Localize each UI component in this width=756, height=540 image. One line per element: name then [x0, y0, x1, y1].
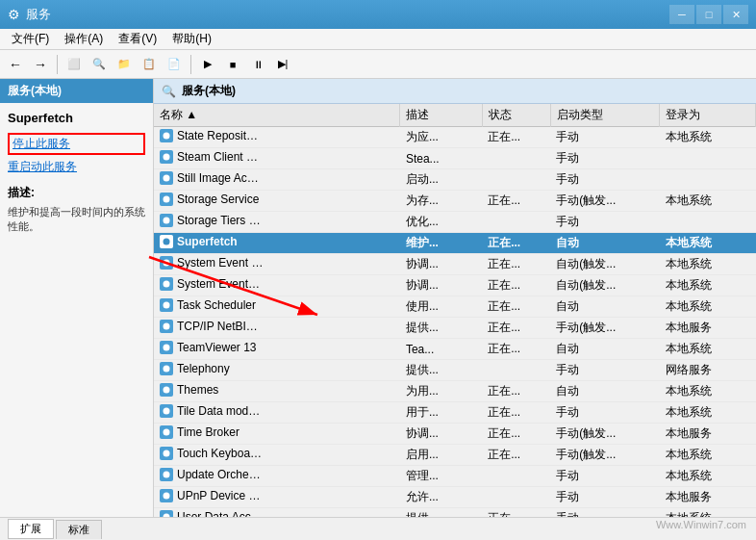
- service-status-cell: 正在...: [482, 191, 550, 212]
- table-row[interactable]: Telephony提供...手动网络服务: [154, 360, 756, 381]
- menu-help[interactable]: 帮助(H): [164, 29, 219, 49]
- table-row[interactable]: Themes为用...正在...自动本地系统: [154, 381, 756, 402]
- svg-point-35: [164, 493, 170, 500]
- table-row[interactable]: Superfetch维护...正在...自动本地系统: [154, 233, 756, 254]
- col-header-desc[interactable]: 描述: [400, 104, 482, 127]
- service-startup-cell: 手动: [550, 487, 660, 508]
- restart-service-link[interactable]: 重启动此服务: [8, 159, 145, 175]
- menu-bar: 文件(F) 操作(A) 查看(V) 帮助(H): [0, 29, 756, 50]
- service-status-cell: [482, 169, 550, 191]
- service-name-cell: Time Broker: [154, 424, 269, 441]
- col-header-status[interactable]: 状态: [482, 104, 550, 127]
- table-row[interactable]: User Data Access_13ab9e3提供...正在...手动本地系统: [154, 508, 756, 518]
- pause-button[interactable]: ⏸: [246, 53, 269, 76]
- back-button[interactable]: ←: [4, 53, 27, 76]
- minimize-button[interactable]: ─: [669, 5, 694, 24]
- service-name-cell: Themes: [154, 381, 269, 399]
- col-header-login[interactable]: 登录为: [660, 104, 756, 127]
- table-header-row: 名称 ▲ 描述 状态 启动类型 登录为: [154, 104, 756, 127]
- service-name-cell: Touch Keyboard and Ha...: [154, 445, 269, 462]
- service-login-cell: 本地系统: [660, 275, 756, 296]
- service-startup-cell: 手动(触发...: [550, 318, 660, 339]
- play-button[interactable]: ▶: [196, 53, 219, 76]
- table-row[interactable]: TeamViewer 13Tea...正在...自动本地系统: [154, 339, 756, 360]
- svg-point-5: [164, 175, 170, 182]
- tab-standard[interactable]: 标准: [56, 520, 102, 539]
- table-row[interactable]: Still Image Acquisition Ev...启动...手动: [154, 169, 756, 191]
- col-header-startup[interactable]: 启动类型: [550, 104, 660, 127]
- service-login-cell: 本地系统: [660, 233, 756, 254]
- service-desc-cell: 提供...: [400, 360, 482, 381]
- svg-point-23: [164, 366, 170, 373]
- service-startup-cell: 手动: [550, 466, 660, 487]
- stop-service-link[interactable]: 停止此服务: [8, 133, 145, 155]
- svg-point-17: [164, 302, 170, 309]
- table-row[interactable]: Task Scheduler使用...正在...自动本地系统: [154, 296, 756, 318]
- toolbar-btn-5[interactable]: 📄: [163, 53, 186, 76]
- search-icon: 🔍: [162, 85, 176, 98]
- service-status-cell: 正在...: [482, 445, 550, 466]
- service-desc-cell: 启动...: [400, 169, 482, 191]
- table-row[interactable]: TCP/IP NetBIOS Helper提供...正在...手动(触发...本…: [154, 318, 756, 339]
- svg-point-11: [164, 239, 170, 245]
- service-startup-cell: 自动(触发...: [550, 275, 660, 296]
- service-startup-cell: 手动: [550, 402, 660, 424]
- service-desc-cell: 用于...: [400, 402, 482, 424]
- table-row[interactable]: Storage Tiers Managem...优化...手动: [154, 212, 756, 233]
- toolbar-btn-4[interactable]: 📋: [138, 53, 161, 76]
- service-name-cell: Storage Tiers Managem...: [154, 212, 269, 229]
- service-desc-cell: 为存...: [400, 191, 482, 212]
- restart-button[interactable]: ▶|: [271, 53, 294, 76]
- table-row[interactable]: Update Orchestrator Ser...管理...手动本地系统: [154, 466, 756, 487]
- services-table[interactable]: 名称 ▲ 描述 状态 启动类型 登录为 State Repository Ser…: [154, 104, 756, 517]
- toolbar-btn-1[interactable]: ⬜: [63, 53, 86, 76]
- forward-button[interactable]: →: [29, 53, 52, 76]
- service-name-cell: Tile Data model server: [154, 402, 269, 420]
- svg-point-29: [164, 429, 170, 436]
- right-panel-header: 🔍 服务(本地): [154, 79, 756, 104]
- service-login-cell: 本地系统: [660, 339, 756, 360]
- service-status-cell: [482, 360, 550, 381]
- service-status-cell: [482, 487, 550, 508]
- service-login-cell: 本地系统: [660, 381, 756, 402]
- service-desc-cell: 协调...: [400, 424, 482, 445]
- table-row[interactable]: System Event Notification...协调...正在...自动…: [154, 254, 756, 275]
- table-row[interactable]: System Events Broker协调...正在...自动(触发...本地…: [154, 275, 756, 296]
- maximize-button[interactable]: □: [696, 5, 721, 24]
- table-row[interactable]: Storage Service为存...正在...手动(触发...本地系统: [154, 191, 756, 212]
- tab-extended[interactable]: 扩展: [8, 519, 54, 539]
- service-name-cell: Task Scheduler: [154, 296, 269, 314]
- service-desc-cell: 提供...: [400, 318, 482, 339]
- stop-button[interactable]: ■: [221, 53, 244, 76]
- title-bar: ⚙ 服务 ─ □ ✕: [0, 0, 756, 29]
- close-button[interactable]: ✕: [723, 5, 748, 24]
- service-startup-cell: 手动: [550, 127, 660, 148]
- toolbar-btn-2[interactable]: 🔍: [88, 53, 111, 76]
- table-row[interactable]: UPnP Device Host允许...手动本地服务: [154, 487, 756, 508]
- service-login-cell: 网络服务: [660, 360, 756, 381]
- table-row[interactable]: Touch Keyboard and Ha...启用...正在...手动(触发.…: [154, 445, 756, 466]
- table-row[interactable]: State Repository Service为应...正在...手动本地系统: [154, 127, 756, 148]
- table-row[interactable]: Steam Client ServiceStea...手动: [154, 148, 756, 169]
- svg-point-21: [164, 345, 170, 351]
- svg-point-15: [164, 281, 170, 288]
- service-login-cell: 本地系统: [660, 466, 756, 487]
- service-desc-cell: 启用...: [400, 445, 482, 466]
- service-startup-cell: 自动: [550, 233, 660, 254]
- menu-file[interactable]: 文件(F): [4, 29, 57, 49]
- service-login-cell: [660, 169, 756, 191]
- table-row[interactable]: Tile Data model server用于...正在...手动本地系统: [154, 402, 756, 424]
- menu-action[interactable]: 操作(A): [57, 29, 111, 49]
- svg-point-19: [164, 323, 170, 330]
- service-status-cell: 正在...: [482, 402, 550, 424]
- service-name-cell: Telephony: [154, 360, 269, 377]
- window-controls: ─ □ ✕: [669, 5, 748, 24]
- col-header-name[interactable]: 名称 ▲: [154, 104, 400, 127]
- toolbar-btn-3[interactable]: 📁: [113, 53, 136, 76]
- service-name-cell: Superfetch: [154, 233, 269, 250]
- table-row[interactable]: Time Broker协调...正在...手动(触发...本地服务: [154, 424, 756, 445]
- menu-view[interactable]: 查看(V): [111, 29, 164, 49]
- service-login-cell: 本地系统: [660, 191, 756, 212]
- service-startup-cell: 手动: [550, 360, 660, 381]
- service-name-cell: TeamViewer 13: [154, 339, 269, 356]
